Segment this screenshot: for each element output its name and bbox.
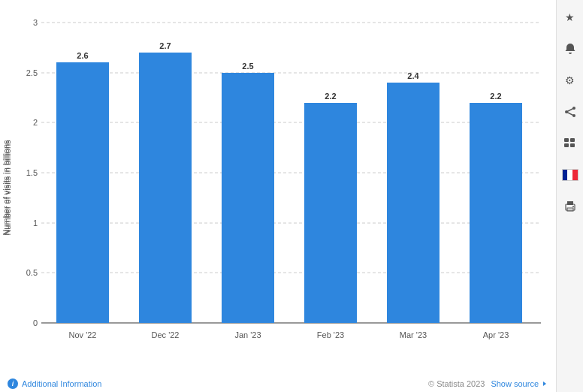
bar-jan23: [222, 73, 274, 323]
bar-label-value-jan23: 2.5: [242, 62, 253, 71]
footer: i Additional Information © Statista 2023…: [0, 375, 556, 392]
copyright-text: © Statista 2023: [428, 379, 485, 388]
bar-label-value-apr23: 2.2: [490, 92, 501, 101]
bar-chart: Number of visits in billions 3 2.5 2 1.5…: [0, 0, 556, 375]
additional-info-button[interactable]: i Additional Information: [8, 378, 101, 389]
y-label-2: 2: [33, 118, 38, 127]
y-label-1: 1: [33, 219, 38, 228]
svg-rect-6: [564, 143, 569, 147]
bar-label-value-feb23: 2.2: [325, 92, 336, 101]
bar-label-value-nov22: 2.6: [77, 51, 88, 60]
bar-label-jan23: Jan '23: [234, 330, 261, 339]
bar-label-value-dec22: 2.7: [159, 41, 171, 50]
additional-info-label: Additional Information: [22, 379, 101, 388]
chart-svg-wrapper: Number of visits in billions 3 2.5 2 1.5…: [0, 0, 556, 375]
bell-icon[interactable]: [560, 39, 580, 59]
bar-mar23: [387, 83, 440, 323]
svg-point-12: [572, 206, 574, 207]
svg-rect-7: [570, 138, 575, 142]
quote-icon[interactable]: [560, 134, 580, 153]
bar-label-feb23: Feb '23: [317, 330, 344, 339]
bar-label-nov22: Nov '22: [69, 330, 97, 339]
gear-icon[interactable]: ⚙: [560, 71, 580, 90]
share-icon[interactable]: [560, 102, 580, 122]
chevron-right-icon: [541, 380, 548, 387]
bar-label-value-mar23: 2.4: [407, 71, 419, 80]
bar-label-apr23: Apr '23: [483, 330, 509, 339]
svg-line-4: [566, 112, 574, 116]
show-source-label: Show source: [491, 379, 539, 388]
footer-right: © Statista 2023 Show source: [428, 379, 548, 388]
y-label-2.5: 2.5: [26, 68, 38, 77]
bar-feb23: [304, 103, 357, 323]
bar-dec22: [139, 53, 192, 323]
y-axis-title: Number of visits in billions: [2, 140, 11, 236]
flag-icon[interactable]: [560, 165, 580, 185]
svg-marker-20: [543, 381, 546, 386]
info-icon: i: [8, 378, 18, 389]
svg-line-3: [566, 108, 574, 112]
y-label-1.5: 1.5: [26, 168, 38, 177]
bar-label-mar23: Mar '23: [400, 330, 427, 339]
y-label-0: 0: [33, 318, 38, 327]
y-label-3: 3: [33, 18, 38, 27]
star-icon[interactable]: ★: [560, 8, 580, 27]
print-icon[interactable]: [560, 197, 580, 216]
chart-container: ★ ⚙: [0, 0, 583, 392]
y-label-0.5: 0.5: [26, 268, 38, 277]
bar-label-dec22: Dec '22: [152, 330, 180, 339]
svg-rect-8: [570, 143, 575, 147]
sidebar: ★ ⚙: [556, 0, 583, 392]
svg-rect-10: [567, 201, 573, 205]
show-source-button[interactable]: Show source: [491, 379, 548, 388]
svg-rect-5: [564, 138, 569, 142]
bar-nov22: [56, 62, 109, 323]
bar-apr23: [470, 103, 522, 323]
